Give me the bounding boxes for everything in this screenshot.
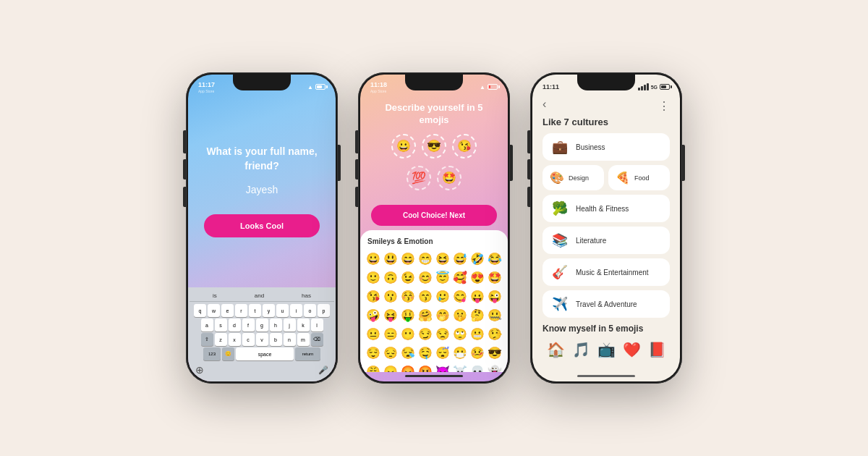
emoji-cell[interactable]: 💀 — [469, 363, 486, 372]
key-g[interactable]: g — [256, 318, 268, 332]
key-m[interactable]: m — [297, 333, 310, 346]
key-q[interactable]: q — [194, 304, 206, 317]
key-return[interactable]: return — [295, 347, 320, 360]
emoji-cell[interactable]: 😉 — [399, 269, 416, 287]
key-k[interactable]: k — [297, 318, 310, 332]
emoji-cell[interactable]: 😘 — [365, 287, 381, 305]
key-z[interactable]: z — [215, 333, 227, 346]
emoji-cell[interactable]: 😃 — [382, 250, 399, 268]
emoji-cell[interactable]: 😌 — [365, 344, 381, 362]
emoji-cell[interactable]: 😎 — [487, 344, 503, 362]
emoji-cell[interactable]: 🤔 — [469, 306, 486, 324]
key-s[interactable]: s — [215, 318, 227, 332]
key-b[interactable]: b — [270, 333, 282, 346]
emoji-cell[interactable]: 🤐 — [487, 306, 503, 324]
key-j[interactable]: j — [284, 318, 296, 332]
key-x[interactable]: x — [229, 333, 241, 346]
emoji-cell[interactable]: 😠 — [382, 363, 399, 372]
emoji-cell[interactable]: 🤣 — [469, 250, 486, 268]
emoji-slot-2[interactable]: 😎 — [422, 134, 446, 159]
emoji-slot-3[interactable]: 😘 — [452, 134, 477, 159]
emoji-cell[interactable]: 🤭 — [435, 306, 451, 324]
emoji-cell[interactable]: 😛 — [469, 287, 486, 305]
key-r[interactable]: r — [235, 304, 247, 317]
emoji-cell[interactable]: 😑 — [382, 325, 399, 343]
next-button[interactable]: Cool Choice! Next — [371, 205, 496, 226]
key-v[interactable]: v — [256, 333, 268, 346]
emoji-cell[interactable]: 🙃 — [382, 269, 399, 287]
emoji-cell[interactable]: 🥰 — [452, 269, 469, 287]
looks-cool-button[interactable]: Looks Cool — [204, 214, 320, 237]
emoji-slot-5[interactable]: 🤩 — [437, 166, 461, 190]
key-o[interactable]: o — [304, 304, 316, 317]
emoji-cell[interactable]: 🤗 — [417, 306, 433, 324]
emoji-cell[interactable]: 😒 — [435, 325, 451, 343]
emoji-cell[interactable]: 😂 — [487, 250, 503, 268]
keyboard-globe-icon[interactable]: ⊕ — [195, 364, 204, 376]
emoji-cell[interactable]: 🤬 — [417, 363, 433, 372]
emoji-cell[interactable]: 🤑 — [399, 306, 416, 324]
emoji-slot-4[interactable]: 💯 — [407, 166, 431, 190]
key-shift[interactable]: ⇧ — [201, 333, 213, 346]
emoji-cell[interactable]: 👻 — [487, 363, 503, 372]
emoji-cell[interactable]: 😁 — [417, 250, 433, 268]
key-w[interactable]: w — [208, 304, 220, 317]
emoji-cell[interactable]: 😴 — [435, 344, 451, 362]
culture-item-music[interactable]: 🎸 Music & Entertainment — [542, 258, 670, 286]
emoji-cell[interactable]: 🤩 — [487, 269, 503, 287]
back-button[interactable]: ‹ — [542, 98, 546, 111]
emoji-cell[interactable]: 😷 — [452, 344, 469, 362]
emoji-cell[interactable]: 😔 — [382, 344, 399, 362]
emoji-cell[interactable]: 😏 — [417, 325, 433, 343]
emoji-cell[interactable]: 😡 — [399, 363, 416, 372]
emoji-cell[interactable]: 😐 — [365, 325, 381, 343]
key-y[interactable]: y — [263, 304, 275, 317]
emoji-cell[interactable]: 🙂 — [365, 269, 381, 287]
key-a[interactable]: a — [201, 318, 213, 332]
emoji-cell[interactable]: 😆 — [435, 250, 451, 268]
emoji-slot-1[interactable]: 😀 — [391, 134, 416, 159]
key-h[interactable]: h — [270, 318, 282, 332]
emoji-cell[interactable]: 🤒 — [469, 344, 486, 362]
emoji-cell[interactable]: 😝 — [382, 306, 399, 324]
emoji-cell[interactable]: 😜 — [487, 287, 503, 305]
keyboard-mic-icon[interactable]: 🎤 — [318, 366, 328, 375]
culture-item-food[interactable]: 🍕 Food — [608, 165, 670, 190]
emoji-cell[interactable]: 😬 — [469, 325, 486, 343]
emoji-cell[interactable]: 😪 — [399, 344, 416, 362]
culture-item-travel[interactable]: ✈️ Travel & Adventure — [542, 290, 670, 318]
key-f[interactable]: f — [242, 318, 255, 332]
key-emoji[interactable]: 😊 — [222, 347, 234, 360]
emoji-cell[interactable]: 😋 — [452, 287, 469, 305]
emoji-cell[interactable]: 🙄 — [452, 325, 469, 343]
emoji-cell[interactable]: 😙 — [417, 287, 433, 305]
key-123[interactable]: 123 — [203, 347, 221, 360]
culture-item-design[interactable]: 🎨 Design — [542, 165, 604, 190]
emoji-cell[interactable]: 🤤 — [417, 344, 433, 362]
emoji-cell[interactable]: 😀 — [365, 250, 381, 268]
more-button[interactable]: ⋮ — [658, 99, 670, 113]
key-p[interactable]: p — [318, 304, 330, 317]
culture-item-health[interactable]: 🥦 Health & Fitness — [542, 195, 670, 222]
key-i[interactable]: i — [290, 304, 302, 317]
emoji-cell[interactable]: 🤥 — [487, 325, 503, 343]
key-t[interactable]: t — [249, 304, 261, 317]
key-d[interactable]: d — [229, 318, 241, 332]
emoji-cell[interactable]: 🥲 — [435, 287, 451, 305]
key-l[interactable]: l — [311, 318, 323, 332]
culture-item-business[interactable]: 💼 Business — [542, 133, 670, 161]
emoji-cell[interactable]: 😄 — [399, 250, 416, 268]
emoji-cell[interactable]: 😚 — [399, 287, 416, 305]
emoji-cell[interactable]: 😍 — [469, 269, 486, 287]
emoji-cell[interactable]: 😶 — [399, 325, 416, 343]
emoji-cell[interactable]: ☠️ — [452, 363, 469, 372]
emoji-cell[interactable]: 😗 — [382, 287, 399, 305]
emoji-cell[interactable]: 😇 — [435, 269, 451, 287]
key-space[interactable]: space — [236, 347, 294, 360]
emoji-cell[interactable]: 😊 — [417, 269, 433, 287]
emoji-cell[interactable]: 😈 — [435, 363, 451, 372]
culture-item-literature[interactable]: 📚 Literature — [542, 227, 670, 254]
key-e[interactable]: e — [221, 304, 234, 317]
emoji-cell[interactable]: 😤 — [365, 363, 381, 372]
key-c[interactable]: c — [242, 333, 255, 346]
